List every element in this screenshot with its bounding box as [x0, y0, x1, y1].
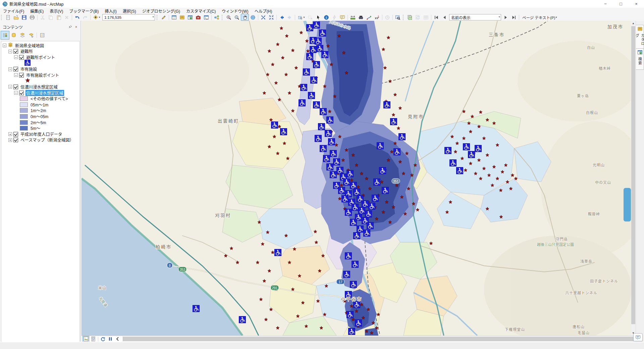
new-document-button[interactable]: [4, 14, 12, 21]
layer-checkbox[interactable]: [19, 55, 24, 60]
prev-page-button[interactable]: [440, 14, 448, 21]
list-by-visibility-button[interactable]: [18, 31, 27, 40]
collapse-icon[interactable]: −: [14, 91, 18, 95]
layer-checkbox[interactable]: [13, 85, 18, 89]
layer-label[interactable]: 05m～1m: [30, 102, 49, 108]
maximize-button[interactable]: □: [613, 0, 629, 8]
menu-geoprocessing[interactable]: ジオプロセシング(G): [139, 7, 183, 14]
toc-row-16[interactable]: +ベースマップ（新潟全域図）: [1, 137, 79, 143]
collapse-icon[interactable]: −: [8, 85, 12, 89]
toc-row-4[interactable]: −市有施設: [1, 66, 79, 72]
layer-checkbox[interactable]: [13, 67, 18, 71]
collapse-icon[interactable]: −: [8, 67, 12, 71]
close-panel-icon[interactable]: ×: [73, 24, 79, 30]
layer-checkbox[interactable]: [19, 73, 24, 78]
zoom-in-button[interactable]: [225, 14, 233, 21]
toolbar-grip[interactable]: [1, 15, 3, 20]
minimize-button[interactable]: −: [598, 0, 613, 8]
toolbar-grip[interactable]: [222, 15, 224, 20]
full-extent-button[interactable]: [249, 14, 257, 21]
paste-button[interactable]: [55, 14, 63, 21]
python-window-button[interactable]: [202, 14, 210, 21]
next-page-button[interactable]: [502, 14, 510, 21]
toc-row-11[interactable]: 1m～2m: [1, 108, 79, 114]
expand-icon[interactable]: +: [8, 132, 12, 136]
forward-extent-button[interactable]: [286, 14, 294, 21]
tab-catalog[interactable]: カタログ: [636, 25, 644, 50]
select-elements-button[interactable]: [314, 14, 322, 21]
layer-checkbox[interactable]: [19, 91, 24, 95]
catalog-window-button[interactable]: [178, 14, 186, 21]
collapse-icon[interactable]: −: [14, 73, 18, 77]
toc-window-button[interactable]: [170, 14, 178, 21]
menu-help[interactable]: ヘルプ(H): [252, 7, 275, 14]
toc-row-0[interactable]: −新潟県全域地図: [1, 43, 79, 49]
pause-drawing-button[interactable]: [107, 336, 114, 342]
horizontal-scrollbar[interactable]: [123, 337, 636, 341]
find-route-button[interactable]: [365, 14, 373, 21]
toc-row-14[interactable]: 5m～: [1, 125, 79, 131]
toc-row-1[interactable]: −避難所: [1, 49, 79, 55]
editor-pencil-button[interactable]: [160, 14, 168, 21]
scroll-left-button[interactable]: [114, 336, 121, 342]
menu-bookmarks[interactable]: ブックマーク(B): [66, 7, 102, 14]
modelbuilder-button[interactable]: [213, 14, 221, 21]
refresh-view-button[interactable]: [100, 336, 106, 342]
find-button[interactable]: [357, 14, 365, 21]
toc-row-3[interactable]: [1, 60, 79, 66]
layer-label[interactable]: 0m～05m: [30, 113, 49, 119]
layer-label[interactable]: 市有施設ポイント: [25, 72, 60, 78]
measure-button[interactable]: [349, 14, 357, 21]
ddp-refresh-button[interactable]: [414, 14, 422, 21]
layout-view-button[interactable]: [90, 336, 97, 342]
vertical-scrollbar[interactable]: ▲ ▼: [631, 21, 636, 336]
tab-search[interactable]: 検索: [636, 48, 644, 70]
toolbar-grip[interactable]: [157, 15, 159, 20]
list-by-source-button[interactable]: [9, 31, 18, 40]
print-button[interactable]: [28, 14, 36, 21]
list-by-selection-button[interactable]: [27, 31, 36, 40]
collapse-icon[interactable]: −: [14, 55, 18, 59]
toc-row-5[interactable]: −市有施設ポイント: [1, 72, 79, 78]
layer-label[interactable]: 5m～: [30, 125, 41, 131]
first-page-button[interactable]: [432, 14, 440, 21]
layer-label[interactable]: ベースマップ（新潟全域図）: [20, 137, 74, 143]
layer-label[interactable]: 避難所: [20, 48, 34, 54]
menu-selection[interactable]: 選択(S): [120, 7, 139, 14]
toc-row-15[interactable]: +平成30年度人口データ: [1, 131, 79, 137]
layer-label[interactable]: 平成30年度人口データ: [20, 131, 63, 137]
identify-button[interactable]: i: [322, 14, 330, 21]
save-document-button[interactable]: [20, 14, 28, 21]
vertical-scroll-thumb[interactable]: [631, 26, 635, 324]
menu-view[interactable]: 表示(V): [47, 7, 66, 14]
close-button[interactable]: ×: [629, 0, 644, 8]
cut-button[interactable]: [39, 14, 47, 21]
toolbox-window-button[interactable]: [194, 14, 202, 21]
layer-label[interactable]: <その他の値すべて>: [30, 96, 68, 102]
layer-checkbox[interactable]: [13, 49, 18, 54]
menu-file[interactable]: ファイル(F): [0, 7, 27, 14]
menu-windows[interactable]: ウィンドウ(W): [219, 7, 251, 14]
menu-insert[interactable]: 挿入(I): [102, 7, 119, 14]
pan-button[interactable]: [241, 14, 249, 21]
fixed-zoom-out-button[interactable]: [267, 14, 275, 21]
viewer-window-button[interactable]: [394, 14, 402, 21]
undo-button[interactable]: [73, 14, 81, 21]
data-view-button[interactable]: [83, 336, 89, 342]
redo-button[interactable]: [81, 14, 89, 21]
layer-label[interactable]: 信濃川浸水想定区域: [20, 84, 58, 90]
layer-label[interactable]: 新潟県全域地図: [14, 43, 45, 49]
toc-row-13[interactable]: 2m～5m: [1, 119, 79, 126]
toolbar-grip[interactable]: [403, 15, 405, 20]
toc-row-6[interactable]: [1, 78, 79, 84]
layer-label[interactable]: 1m～2m: [30, 107, 47, 113]
search-window-button[interactable]: [186, 14, 194, 21]
map-scale-combo[interactable]: 1:176,535▾: [102, 14, 155, 20]
collapse-icon[interactable]: −: [3, 44, 6, 47]
layer-checkbox[interactable]: [13, 138, 18, 142]
hyperlink-button[interactable]: [330, 14, 338, 21]
toc-options-button[interactable]: [38, 31, 47, 40]
clear-selection-button[interactable]: [306, 14, 314, 21]
pin-icon[interactable]: [67, 24, 73, 30]
select-features-button[interactable]: ▾: [296, 14, 306, 21]
